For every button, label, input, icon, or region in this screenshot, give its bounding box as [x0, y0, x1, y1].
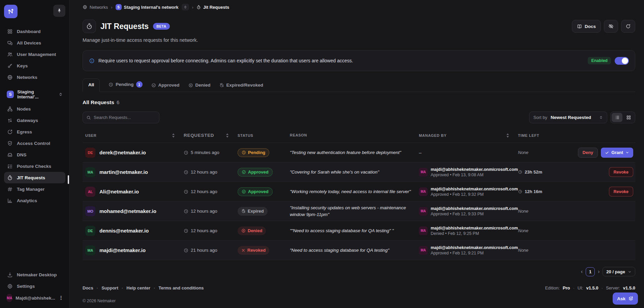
check-circle-icon	[242, 170, 246, 174]
tab-pending[interactable]: Pending 1	[109, 81, 142, 92]
stopwatch-icon	[196, 5, 201, 9]
column-user[interactable]: USER	[85, 133, 96, 137]
sidebar-item-egress[interactable]: Egress	[4, 126, 65, 137]
breadcrumb-label: Networks	[90, 5, 108, 10]
sidebar-item-analytics[interactable]: Analytics	[4, 195, 65, 206]
tab-label: All	[88, 82, 94, 87]
sidebar-user-menu[interactable]: MA Majdi@abhishek... ⋮	[4, 292, 65, 304]
revoke-button[interactable]: Revoke	[609, 187, 633, 196]
netmaker-logo-icon[interactable]	[4, 5, 18, 18]
approval-toggle[interactable]	[615, 57, 629, 65]
tab-denied[interactable]: Denied	[188, 83, 211, 92]
sidebar-item-all-devices[interactable]: All Devices	[4, 37, 65, 49]
sort-arrows-icon[interactable]	[172, 133, 175, 138]
sidebar-item-label: Access Control	[17, 141, 50, 146]
requested-time: 12 hours ago	[191, 209, 217, 214]
clock-icon	[184, 248, 188, 253]
column-managed-by[interactable]: MANAGED BY	[419, 133, 447, 137]
pagination: ‹ 1 › 20 / page	[83, 267, 635, 276]
sidebar-item-dashboard[interactable]: Dashboard	[4, 26, 65, 37]
clock-icon	[184, 228, 188, 233]
clock-icon	[184, 170, 188, 175]
server-version-label: Server:	[606, 285, 620, 290]
network-selector[interactable]: S Staging Internal'...	[4, 88, 65, 100]
page-number[interactable]: 1	[586, 267, 595, 276]
sidebar-item-dns[interactable]: DNS	[4, 149, 65, 160]
key-icon	[7, 63, 13, 69]
manager-avatar: MA	[419, 187, 428, 196]
nodes-icon	[7, 106, 13, 112]
grant-button[interactable]: Grant	[601, 148, 633, 158]
sidebar-item-settings[interactable]: Settings	[4, 280, 65, 292]
sidebar-item-label: Netmaker Desktop	[17, 272, 57, 277]
breadcrumb-network[interactable]: S Staging Internal's network	[116, 4, 179, 10]
search-icon	[86, 115, 91, 120]
breadcrumb-jit-requests[interactable]: Jit Requests	[196, 5, 229, 10]
x-circle-icon	[241, 228, 246, 233]
prev-page-icon[interactable]: ‹	[581, 269, 583, 274]
chevron-updown-icon	[59, 92, 63, 96]
footer-link-support[interactable]: Support	[101, 285, 118, 290]
hide-view-button[interactable]	[604, 20, 618, 33]
ui-version-value: v1.5.0	[586, 285, 598, 290]
next-page-icon[interactable]: ›	[598, 269, 600, 274]
kebab-menu-icon[interactable]: ⋮	[59, 295, 64, 301]
sidebar-scrollbar-thumb[interactable]	[68, 175, 69, 184]
sidebar-item-posture-checks[interactable]: Posture Checks	[4, 160, 65, 172]
network-switcher-button[interactable]	[182, 4, 189, 10]
sort-dropdown[interactable]: Sort by Newest Requested	[529, 112, 607, 123]
footer-link-help-center[interactable]: Help center	[126, 285, 150, 290]
status-badge: Expired	[238, 207, 268, 216]
layers-sparkle-icon	[628, 296, 634, 301]
time-left: 23h 52m	[525, 170, 542, 175]
list-view-button[interactable]	[612, 113, 622, 122]
requested-time: 12 hours ago	[191, 170, 217, 175]
footer-link-docs[interactable]: Docs	[83, 285, 93, 290]
sort-arrows-icon[interactable]	[506, 133, 509, 138]
user-avatar: MA	[7, 294, 12, 302]
sidebar-item-networks[interactable]: Networks	[4, 71, 65, 83]
sidebar-item-label: Settings	[17, 284, 35, 289]
tab-all[interactable]: All	[83, 79, 100, 92]
grid-view-button[interactable]	[623, 113, 634, 122]
chevron-right-icon: ›	[111, 5, 112, 10]
column-requested[interactable]: REQUESTED	[184, 133, 214, 138]
pin-sidebar-icon[interactable]	[53, 5, 65, 17]
sidebar-item-tag-manager[interactable]: Tag Manager	[4, 183, 65, 195]
egress-icon	[7, 129, 13, 135]
tab-expired-revoked[interactable]: Expired/Revoked	[219, 83, 264, 92]
banner-text: Require users to request approval before…	[98, 58, 353, 63]
breadcrumb: Networks › S Staging Internal's network …	[83, 0, 635, 14]
docs-button[interactable]: Docs	[572, 20, 601, 33]
breadcrumb-label: Staging Internal's network	[124, 5, 179, 10]
deny-button[interactable]: Deny	[578, 148, 598, 158]
user-avatar: MO	[85, 206, 95, 216]
page-size-select[interactable]: 20 / page	[603, 267, 635, 276]
sidebar-item-label: DNS	[17, 152, 27, 157]
ask-ai-button[interactable]: Ask	[613, 292, 638, 305]
revoke-button[interactable]: Revoke	[609, 167, 633, 177]
tab-approved[interactable]: Approved	[151, 83, 180, 92]
sidebar-item-label: Analytics	[17, 198, 37, 203]
sidebar-item-netmaker-desktop[interactable]: Netmaker Desktop	[4, 269, 65, 280]
sidebar-item-user-management[interactable]: User Management	[4, 49, 65, 60]
sidebar-item-jit-requests[interactable]: JIT Requests	[4, 172, 65, 183]
time-left: None	[518, 228, 528, 233]
sidebar-item-access-control[interactable]: Access Control	[4, 137, 65, 149]
sort-arrows-icon[interactable]	[226, 133, 229, 138]
breadcrumb-networks[interactable]: Networks	[83, 5, 108, 10]
sidebar-item-keys[interactable]: Keys	[4, 60, 65, 71]
refresh-button[interactable]	[621, 20, 635, 33]
globe-icon	[7, 74, 13, 80]
network-avatar: S	[7, 91, 14, 98]
tab-label: Pending	[116, 82, 133, 87]
footer-link-terms[interactable]: Terms and conditions	[158, 285, 204, 290]
sidebar-item-label: Egress	[17, 129, 32, 134]
managed-status-date: Approved • Feb 12, 9:33 PM	[431, 212, 518, 216]
sidebar-item-nodes[interactable]: Nodes	[4, 103, 65, 115]
sort-value: Newest Requested	[551, 115, 591, 120]
sidebar-item-gateways[interactable]: Gateways	[4, 115, 65, 126]
clock-icon	[184, 209, 188, 214]
search-input[interactable]	[94, 115, 156, 120]
check-circle-icon	[242, 189, 246, 194]
